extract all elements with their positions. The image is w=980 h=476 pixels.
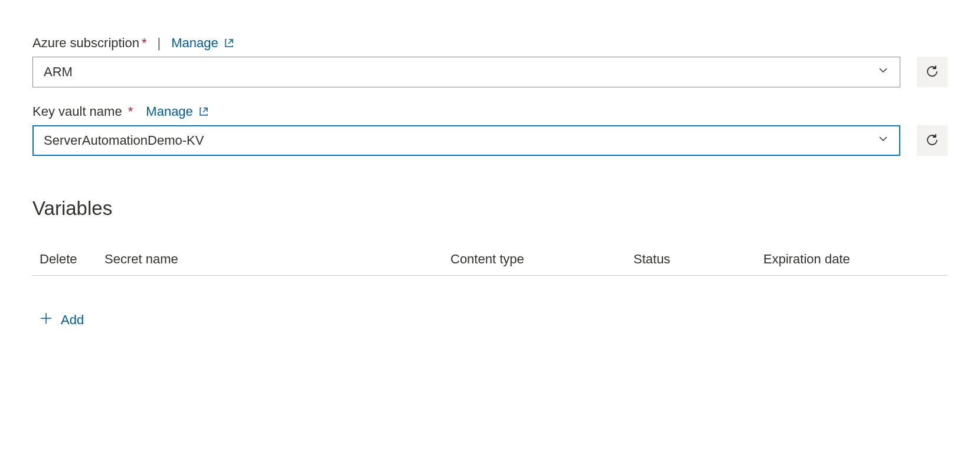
manage-link-text: Manage	[146, 104, 193, 119]
subscription-value: ARM	[44, 64, 73, 80]
column-content-type: Content type	[450, 252, 633, 267]
azure-subscription-field: Azure subscription * | Manage ARM	[32, 35, 948, 87]
subscription-select[interactable]: ARM	[32, 57, 900, 87]
table-header-row: Delete Secret name Content type Status E…	[32, 243, 948, 276]
variables-heading: Variables	[32, 197, 948, 220]
subscription-label: Azure subscription	[32, 35, 139, 51]
refresh-keyvault-button[interactable]	[917, 125, 948, 156]
subscription-label-row: Azure subscription * | Manage	[32, 35, 948, 51]
manage-subscription-link[interactable]: Manage	[171, 35, 234, 51]
refresh-icon	[925, 133, 939, 149]
chevron-down-icon	[877, 133, 889, 148]
keyvault-input-row: ServerAutomationDemo-KV	[32, 125, 948, 156]
refresh-subscription-button[interactable]	[917, 57, 948, 87]
variables-table: Delete Secret name Content type Status E…	[32, 243, 948, 276]
keyvault-label: Key vault name *	[32, 104, 133, 119]
keyvault-label-row: Key vault name * Manage	[32, 104, 948, 119]
manage-link-text: Manage	[171, 35, 218, 51]
add-button-label: Add	[61, 312, 84, 328]
manage-keyvault-link[interactable]: Manage	[146, 104, 208, 119]
label-separator: |	[158, 35, 161, 51]
plus-icon	[40, 312, 53, 328]
column-expiration: Expiration date	[763, 252, 940, 267]
column-delete: Delete	[40, 252, 104, 267]
subscription-input-row: ARM	[32, 57, 948, 87]
refresh-icon	[925, 64, 939, 80]
required-indicator: *	[142, 35, 147, 51]
column-secret-name: Secret name	[104, 252, 450, 267]
keyvault-value: ServerAutomationDemo-KV	[44, 133, 204, 148]
keyvault-select[interactable]: ServerAutomationDemo-KV	[32, 125, 900, 156]
column-status: Status	[633, 252, 763, 267]
external-link-icon	[224, 38, 234, 48]
external-link-icon	[199, 107, 208, 116]
keyvault-field: Key vault name * Manage ServerAutomation…	[32, 104, 948, 156]
chevron-down-icon	[877, 64, 889, 80]
required-indicator: *	[128, 104, 133, 119]
add-variable-button[interactable]: Add	[32, 308, 91, 332]
